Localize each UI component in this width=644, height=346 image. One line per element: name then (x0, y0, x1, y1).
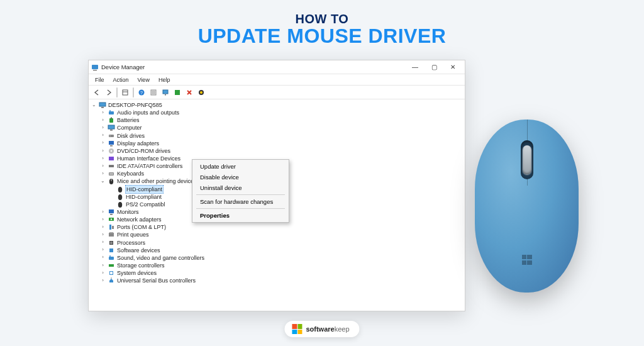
svg-rect-29 (109, 157, 114, 160)
svg-rect-49 (109, 248, 113, 252)
ctx-update-driver[interactable]: Update driver (194, 161, 287, 172)
chevron-down-icon[interactable]: ⌄ (91, 102, 97, 108)
scan-button[interactable] (160, 87, 171, 98)
back-button[interactable] (91, 87, 103, 98)
chevron-right-icon[interactable]: › (100, 109, 106, 115)
ctx-scan-hardware[interactable]: Scan for hardware changes (194, 196, 287, 207)
menu-view[interactable]: View (134, 76, 153, 84)
menu-help[interactable]: Help (155, 76, 174, 84)
ctx-properties[interactable]: Properties (194, 210, 287, 221)
tree-category[interactable]: ›Computer (91, 124, 462, 131)
tree-category-label: Storage controllers (117, 262, 165, 269)
uninstall-button[interactable] (184, 87, 195, 98)
svg-rect-23 (109, 135, 114, 137)
maximize-button[interactable]: ▢ (425, 61, 443, 74)
device-icon (108, 155, 115, 162)
titlebar[interactable]: Device Manager — ▢ ✕ (89, 60, 465, 74)
device-icon (108, 231, 115, 238)
tree-category[interactable]: ›DVD/CD-ROM drives (91, 147, 462, 155)
svg-point-36 (118, 187, 122, 193)
tree-root-label: DESKTOP-PNFQ585 (108, 101, 162, 109)
close-button[interactable]: ✕ (443, 61, 462, 74)
chevron-right-icon[interactable]: › (100, 170, 106, 176)
device-icon (108, 140, 115, 147)
hero-line2: UPDATE MOUSE DRIVER (0, 26, 644, 47)
app-icon (91, 64, 99, 71)
chevron-right-icon[interactable]: › (100, 224, 106, 230)
svg-rect-26 (110, 145, 113, 147)
svg-rect-21 (108, 125, 114, 129)
chevron-right-icon[interactable]: › (100, 277, 106, 283)
svg-rect-46 (109, 232, 113, 233)
tree-category-label: System devices (117, 269, 157, 277)
chevron-right-icon[interactable]: › (100, 209, 106, 215)
svg-rect-0 (92, 65, 98, 69)
device-icon (108, 162, 115, 170)
chevron-right-icon[interactable]: › (100, 232, 106, 237)
svg-rect-45 (109, 233, 114, 237)
ctx-disable-device[interactable]: Disable device (194, 172, 287, 182)
tree-category-label: IDE ATA/ATAPI controllers (117, 162, 182, 170)
chevron-right-icon[interactable]: › (100, 255, 106, 260)
disable-button[interactable] (196, 87, 207, 98)
tree-category[interactable]: ›Universal Serial Bus controllers (91, 277, 462, 284)
tree-root[interactable]: ⌄ DESKTOP-PNFQ585 (91, 101, 462, 109)
tree-category-label: Monitors (117, 208, 139, 216)
chevron-right-icon[interactable]: › (100, 216, 106, 222)
tree-category-label: Audio inputs and outputs (117, 109, 179, 116)
device-icon (108, 269, 115, 277)
tree-category[interactable]: ›Display adapters (91, 140, 462, 147)
minimize-button[interactable]: — (406, 61, 425, 74)
menu-bar: File Action View Help (89, 74, 465, 86)
chevron-right-icon[interactable]: › (100, 163, 106, 169)
menu-action[interactable]: Action (109, 76, 133, 84)
chevron-right-icon[interactable]: › (100, 140, 106, 146)
help-button[interactable]: ? (136, 87, 147, 98)
ctx-uninstall-device[interactable]: Uninstall device (194, 182, 287, 193)
tree-category[interactable]: ›Software devices (91, 247, 462, 254)
svg-rect-39 (109, 209, 114, 213)
svg-rect-16 (101, 107, 104, 108)
chevron-right-icon[interactable]: › (100, 148, 106, 153)
mouse-icon (116, 186, 124, 193)
tree-category[interactable]: ›Print queues (91, 231, 462, 238)
svg-rect-15 (99, 103, 106, 106)
chevron-right-icon[interactable]: › (100, 262, 106, 268)
chevron-right-icon[interactable]: › (100, 133, 106, 138)
tree-category[interactable]: ›Audio inputs and outputs (91, 109, 462, 116)
update-driver-button[interactable] (172, 87, 183, 98)
tree-category[interactable]: ›Batteries (91, 116, 462, 124)
tree-category[interactable]: ›Processors (91, 239, 462, 247)
show-hidden-button[interactable] (119, 87, 131, 98)
chevron-right-icon[interactable]: › (100, 125, 106, 130)
tree-category-label: DVD/CD-ROM drives (117, 147, 170, 155)
device-icon (108, 223, 115, 231)
chevron-right-icon[interactable]: › (100, 240, 106, 245)
svg-rect-40 (110, 214, 113, 215)
tree-category[interactable]: ›Disk drives (91, 132, 462, 140)
chevron-right-icon[interactable]: › (100, 155, 106, 161)
tree-item-label: HID-compliant (126, 193, 162, 201)
mouse-icon (116, 201, 124, 208)
tree-category[interactable]: ›System devices (91, 269, 462, 277)
menu-file[interactable]: File (91, 76, 108, 84)
device-icon (108, 239, 115, 247)
tree-category[interactable]: ›Storage controllers (91, 262, 462, 269)
forward-button[interactable] (103, 87, 114, 98)
properties-button[interactable] (148, 87, 159, 98)
device-icon (108, 124, 115, 131)
chevron-right-icon[interactable]: › (100, 270, 106, 276)
tree-category[interactable]: ›Sound, video and game controllers (91, 254, 462, 262)
toolbar: ? (89, 86, 465, 99)
device-icon (108, 277, 115, 284)
chevron-right-icon[interactable]: › (100, 247, 106, 253)
svg-point-51 (109, 255, 111, 257)
tree-category-label: Mice and other pointing devices (117, 177, 197, 185)
device-icon (108, 109, 115, 116)
chevron-right-icon[interactable]: › (100, 117, 106, 123)
tree-category[interactable]: ›Ports (COM & LPT) (91, 223, 462, 231)
tree-category-label: Sound, video and game controllers (117, 254, 204, 262)
chevron-down-icon[interactable]: ⌄ (100, 178, 106, 184)
device-icon (108, 262, 115, 269)
svg-rect-25 (109, 141, 114, 145)
